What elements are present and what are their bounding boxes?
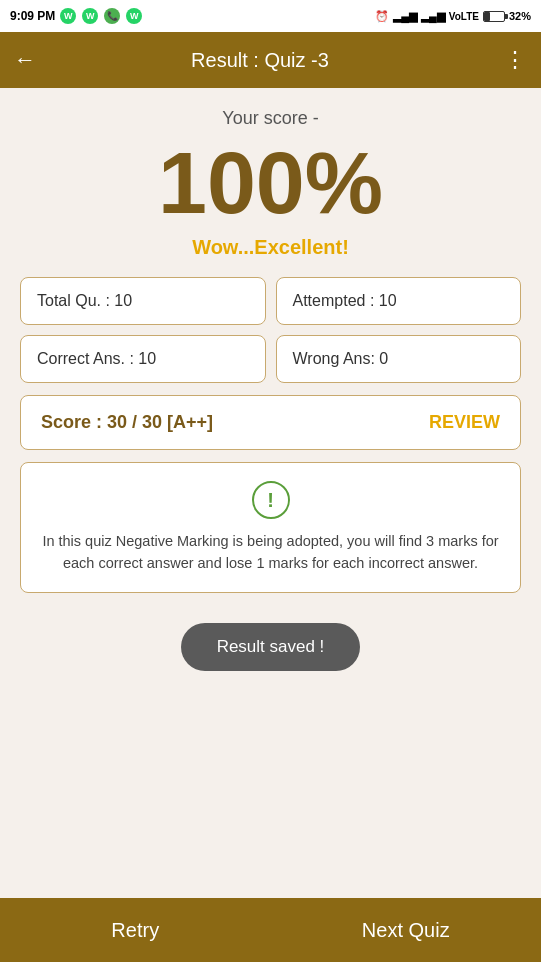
status-bar: 9:09 PM W W 📞 W ⏰ ▂▄▆ ▂▄▆ VoLTE 32% <box>0 0 541 32</box>
whatsapp-icon-2: W <box>82 8 98 24</box>
score-row: Score : 30 / 30 [A++] REVIEW <box>20 395 521 450</box>
stats-grid: Total Qu. : 10 Attempted : 10 Correct An… <box>20 277 521 383</box>
whatsapp-icon-3: W <box>126 8 142 24</box>
time-display: 9:09 PM <box>10 9 55 23</box>
signal-icon-2: ▂▄▆ <box>421 10 445 23</box>
total-questions-box: Total Qu. : 10 <box>20 277 266 325</box>
status-left: 9:09 PM W W 📞 W <box>10 8 143 24</box>
score-detail: Score : 30 / 30 [A++] <box>41 412 213 433</box>
top-nav: ← Result : Quiz -3 ⋮ <box>0 32 541 88</box>
battery-percent: 32% <box>509 10 531 22</box>
exclamation-icon: ! <box>267 490 274 510</box>
attempted-label: Attempted : 10 <box>293 292 397 309</box>
status-right: ⏰ ▂▄▆ ▂▄▆ VoLTE 32% <box>375 10 531 23</box>
excellent-label: Wow...Excellent! <box>192 236 349 259</box>
whatsapp-icon-1: W <box>60 8 76 24</box>
info-box: ! In this quiz Negative Marking is being… <box>20 462 521 594</box>
page-title: Result : Quiz -3 <box>16 49 504 72</box>
your-score-label: Your score - <box>222 108 318 129</box>
volte-label: VoLTE <box>449 11 479 22</box>
score-percent: 100% <box>158 135 383 232</box>
result-saved-button[interactable]: Result saved ! <box>181 623 361 671</box>
review-button[interactable]: REVIEW <box>429 412 500 433</box>
wrong-answers-box: Wrong Ans: 0 <box>276 335 522 383</box>
wrong-answers-label: Wrong Ans: 0 <box>293 350 389 367</box>
next-quiz-button[interactable]: Next Quiz <box>271 919 542 942</box>
info-icon: ! <box>252 481 290 519</box>
more-options-button[interactable]: ⋮ <box>504 49 527 71</box>
total-questions-label: Total Qu. : 10 <box>37 292 132 309</box>
attempted-box: Attempted : 10 <box>276 277 522 325</box>
info-text: In this quiz Negative Marking is being a… <box>41 531 500 575</box>
correct-answers-label: Correct Ans. : 10 <box>37 350 156 367</box>
alarm-icon: ⏰ <box>375 10 389 23</box>
signal-icon-1: ▂▄▆ <box>393 10 417 23</box>
phone-icon: 📞 <box>104 8 120 24</box>
correct-answers-box: Correct Ans. : 10 <box>20 335 266 383</box>
battery-icon <box>483 11 505 22</box>
main-content: Your score - 100% Wow...Excellent! Total… <box>0 88 541 898</box>
bottom-bar: Retry Next Quiz <box>0 898 541 962</box>
retry-button[interactable]: Retry <box>0 919 271 942</box>
